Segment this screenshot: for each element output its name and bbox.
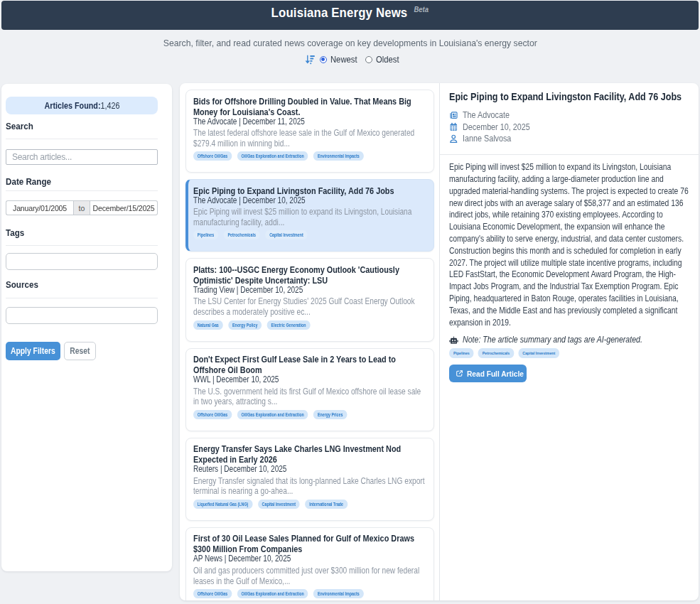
articles-found-label: Articles Found: — [44, 101, 100, 111]
tag-pill: International Trade — [305, 500, 347, 509]
sidebar-heading: Date Range — [6, 176, 158, 187]
oldest-label: Oldest — [376, 55, 399, 65]
detail-source-row: The Advocate — [449, 109, 689, 121]
article-card-title: Platts: 100--USGC Energy Economy Outlook… — [193, 264, 426, 286]
sources-section-label: Sources — [6, 279, 38, 290]
oldest-radio[interactable] — [365, 56, 372, 63]
article-card-tags: Natural GasEnergy PolicyElectric Generat… — [193, 320, 426, 330]
article-card-tags: Offshore Oil/GasOil/Gas Exploration and … — [193, 589, 426, 598]
article-card-tags: Offshore Oil/GasOil/Gas Exploration and … — [193, 151, 426, 161]
article-card-title: Energy Transfer Says Lake Charles LNG In… — [193, 443, 426, 465]
article-card-meta: WWL | December 10, 2025 — [193, 375, 426, 385]
article-card-content: Bids for Offshore Drilling Doubled in Va… — [193, 96, 426, 161]
newest-radio[interactable] — [320, 56, 327, 63]
article-list: Bids for Offshore Drilling Doubled in Va… — [180, 83, 439, 600]
section-divider — [6, 245, 158, 246]
detail-author: Ianne Salvosa — [463, 134, 511, 144]
article-card-tags: Offshore Oil/GasOil/Gas Exploration and … — [193, 410, 426, 419]
app-title: Louisiana Energy News — [271, 5, 408, 20]
date-range-section-label: Date Range — [6, 176, 51, 187]
tag-pill: Petrochemicals — [224, 230, 260, 239]
section-divider — [6, 298, 158, 298]
ai-note-text: Note: The article summary and tags are A… — [463, 335, 642, 345]
sort-controls: Newest Oldest — [305, 54, 402, 65]
tag-pill: Environmental Impacts — [313, 589, 363, 598]
tag-pill: Pipelines — [449, 348, 474, 358]
article-card[interactable]: Platts: 100--USGC Energy Economy Outlook… — [185, 258, 434, 341]
article-card-content: Platts: 100--USGC Energy Economy Outlook… — [193, 264, 426, 330]
article-card[interactable]: First of 30 Oil Lease Sales Planned for … — [185, 527, 434, 600]
beta-badge: Beta — [414, 5, 429, 14]
apply-filters-button[interactable]: Apply Filters — [6, 342, 60, 360]
sort-newest-option[interactable]: Newest — [320, 55, 360, 65]
sources-select[interactable] — [6, 307, 158, 324]
article-card-tags: Liquefied Natural Gas (LNG)Capital Inves… — [193, 500, 426, 509]
article-card-meta: Trading View | December 10, 2025 — [193, 286, 426, 296]
sort-descending-icon — [305, 55, 315, 65]
tag-pill: Energy Prices — [313, 410, 347, 419]
article-card-content: Energy Transfer Says Lake Charles LNG In… — [193, 443, 426, 509]
detail-author-row: Ianne Salvosa — [449, 133, 689, 144]
search-section-label: Search — [6, 121, 33, 131]
article-card-date: December 10, 2025 — [224, 464, 286, 474]
date-to-input[interactable] — [90, 200, 158, 215]
tag-pill: Energy Policy — [228, 320, 262, 330]
detail-title: Epic Piping to Expand Livingston Facilit… — [449, 90, 689, 103]
robot-icon — [449, 336, 458, 345]
article-card-description: Epic Piping will invest $25 million to e… — [193, 207, 426, 227]
article-card-separator: | — [239, 117, 241, 126]
tag-pill: Capital Investment — [518, 348, 559, 358]
detail-summary: Epic Piping will invest $25 million to e… — [449, 161, 693, 328]
date-from-input[interactable] — [6, 200, 73, 215]
detail-tags: PipelinesPetrochemicalsCapital Investmen… — [449, 348, 693, 358]
article-card-separator: | — [220, 464, 222, 474]
ai-note: Note: The article summary and tags are A… — [449, 335, 689, 345]
article-card-tags: PipelinesPetrochemicalsCapital Investmen… — [193, 230, 426, 239]
article-card-date: December 10, 2025 — [240, 285, 303, 295]
detail-meta: The Advocate — [449, 109, 689, 144]
detail-source: The Advocate — [463, 110, 510, 120]
detail-date: December 10, 2025 — [463, 122, 530, 132]
newest-label: Newest — [330, 55, 357, 65]
calendar-icon — [449, 122, 458, 131]
date-separator: to — [73, 200, 90, 215]
detail-header: Epic Piping to Expand Livingston Facilit… — [440, 83, 699, 144]
article-card-date: December 11, 2025 — [243, 117, 305, 126]
tags-select[interactable] — [6, 253, 158, 270]
article-card[interactable]: Bids for Offshore Drilling Doubled in Va… — [185, 90, 434, 173]
sort-oldest-option[interactable]: Oldest — [365, 55, 402, 65]
article-card-source: WWL — [193, 374, 210, 384]
article-card-description: Oil and gas producers committed just ove… — [193, 566, 426, 586]
detail-date-row: December 10, 2025 — [449, 121, 689, 132]
article-card-separator: | — [212, 374, 215, 384]
tag-pill: Natural Gas — [193, 320, 223, 330]
tag-pill: Offshore Oil/Gas — [193, 410, 232, 419]
article-card-source: AP News — [193, 554, 222, 563]
article-card[interactable]: Epic Piping to Expand Livingston Facilit… — [185, 179, 434, 252]
article-card-content: First of 30 Oil Lease Sales Planned for … — [193, 533, 426, 598]
article-card-title: Bids for Offshore Drilling Doubled in Va… — [193, 96, 426, 117]
read-full-article-label: Read Full Article — [467, 369, 524, 379]
article-card-source: Reuters — [193, 464, 218, 474]
article-card-date: December 10, 2025 — [228, 554, 291, 563]
section-divider — [6, 139, 158, 139]
article-card-source: Trading View — [193, 285, 235, 295]
tag-pill: Liquefied Natural Gas (LNG) — [193, 500, 252, 509]
articles-found-badge: Articles Found:1,426 — [6, 97, 158, 114]
app-header: Louisiana Energy NewsBeta — [1, 1, 699, 30]
tag-pill: Offshore Oil/Gas — [193, 589, 232, 598]
newspaper-icon — [449, 111, 458, 120]
article-card-title: Don't Expect First Gulf Lease Sale in 2 … — [193, 354, 426, 375]
read-full-article-button[interactable]: Read Full Article — [449, 365, 527, 382]
article-card-meta: AP News | December 10, 2025 — [193, 554, 426, 564]
articles-found-value: 1,426 — [100, 101, 119, 111]
article-card-description: The latest federal offshore lease sale i… — [193, 128, 426, 149]
article-card-title: Epic Piping to Expand Livingston Facilit… — [193, 185, 426, 196]
article-card[interactable]: Energy Transfer Says Lake Charles LNG In… — [185, 438, 434, 521]
external-link-icon — [456, 370, 463, 377]
brand-row: Louisiana Energy NewsBeta — [1, 5, 699, 21]
reset-button[interactable]: Reset — [64, 342, 96, 360]
search-input[interactable] — [6, 149, 158, 165]
tag-pill: Capital Investment — [265, 230, 307, 239]
article-card[interactable]: Don't Expect First Gulf Lease Sale in 2 … — [185, 348, 434, 431]
